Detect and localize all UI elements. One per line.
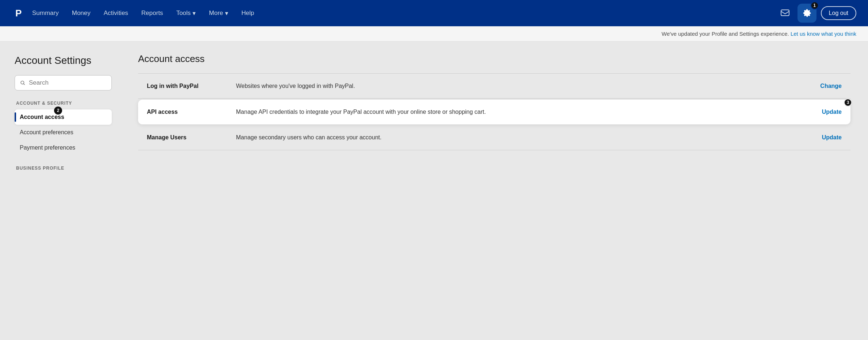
row-label-login: Log in with PayPal: [147, 83, 227, 89]
search-box[interactable]: [15, 75, 112, 90]
section-title: Account access: [138, 53, 850, 65]
gear-icon: [802, 8, 812, 18]
account-access-badge: 2: [54, 107, 62, 115]
nav-reports[interactable]: Reports: [136, 7, 168, 20]
sidebar-section-account: ACCOUNT & SECURITY: [16, 101, 112, 106]
nav-links: Summary Money Activities Reports Tools ▾…: [27, 7, 777, 20]
update-banner: We've updated your Profile and Settings …: [0, 26, 868, 42]
row-desc-login: Websites where you've logged in with Pay…: [236, 82, 804, 90]
table-row-highlighted: API access Manage API credentials to int…: [138, 100, 850, 124]
svg-point-3: [21, 81, 24, 84]
main-layout: Account Settings ACCOUNT & SECURITY Acco…: [0, 42, 868, 339]
svg-rect-2: [781, 10, 789, 16]
table-row: Log in with PayPal Websites where you've…: [138, 74, 850, 99]
nav-money[interactable]: Money: [67, 7, 96, 20]
nav-summary[interactable]: Summary: [27, 7, 64, 20]
chevron-down-icon: ▾: [193, 9, 196, 17]
sidebar-item-account-access[interactable]: Account access 2: [15, 109, 112, 125]
settings-button[interactable]: 1: [797, 4, 816, 23]
row-label-users: Manage Users: [147, 134, 227, 141]
row-action-api[interactable]: Update 3: [812, 109, 842, 115]
sidebar-title: Account Settings: [15, 55, 112, 66]
row-label-api: API access: [147, 109, 227, 115]
content-area: Account access Log in with PayPal Websit…: [121, 42, 868, 339]
top-navigation: P Summary Money Activities Reports Tools…: [0, 0, 868, 26]
table-row: Manage Users Manage secondary users who …: [138, 125, 850, 150]
logout-button[interactable]: Log out: [821, 6, 856, 20]
banner-text: We've updated your Profile and Settings …: [662, 31, 789, 37]
search-icon: [20, 79, 25, 86]
nav-tools[interactable]: Tools ▾: [171, 7, 201, 20]
paypal-logo: P: [12, 5, 27, 21]
settings-table: Log in with PayPal Websites where you've…: [138, 73, 850, 150]
row-desc-api: Manage API credentials to integrate your…: [236, 108, 804, 116]
api-row-badge: 3: [844, 98, 852, 107]
nav-more[interactable]: More ▾: [204, 7, 233, 20]
nav-help[interactable]: Help: [236, 7, 259, 20]
messages-button[interactable]: [777, 5, 793, 21]
sidebar-section-business: BUSINESS PROFILE: [16, 166, 112, 171]
nav-right-actions: 1 Log out: [777, 4, 856, 23]
sidebar: Account Settings ACCOUNT & SECURITY Acco…: [0, 42, 121, 339]
search-input[interactable]: [29, 79, 106, 86]
sidebar-item-payment-preferences[interactable]: Payment preferences: [15, 140, 112, 155]
sidebar-item-account-preferences[interactable]: Account preferences: [15, 125, 112, 140]
row-action-users[interactable]: Update: [812, 134, 842, 141]
svg-text:P: P: [15, 8, 22, 19]
nav-activities[interactable]: Activities: [99, 7, 133, 20]
settings-badge: 1: [811, 1, 819, 9]
chevron-down-icon: ▾: [225, 9, 228, 17]
row-desc-users: Manage secondary users who can access yo…: [236, 133, 804, 142]
svg-line-4: [23, 84, 24, 85]
row-action-login[interactable]: Change: [812, 83, 842, 89]
sidebar-nav-account: Account access 2 Account preferences Pay…: [15, 109, 112, 155]
banner-link[interactable]: Let us know what you think: [791, 31, 856, 37]
message-icon: [780, 8, 790, 18]
